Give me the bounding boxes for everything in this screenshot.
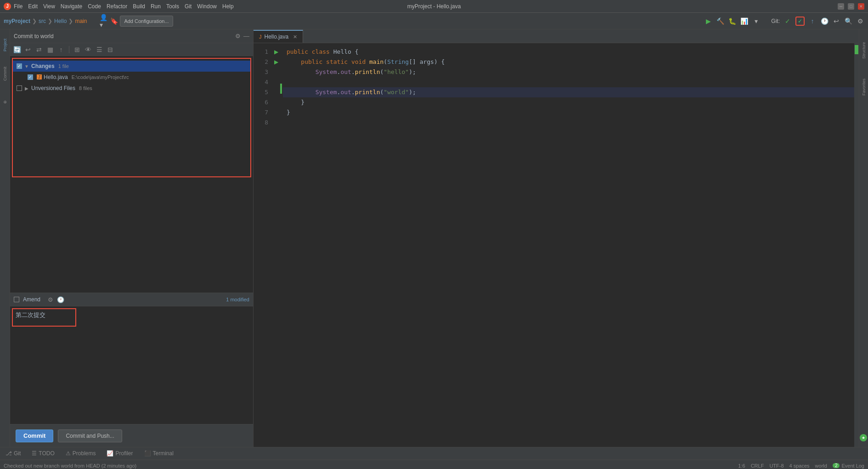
code-line-2: public static void main(String[] args) { [283,57,854,67]
undo-icon[interactable]: ↩ [24,46,32,53]
amend-checkbox[interactable] [14,297,19,302]
bottom-tab-todo[interactable]: ☰ TODO [30,447,56,460]
menu-code[interactable]: Code [88,3,101,10]
status-line-sep[interactable]: CRLF [751,463,764,469]
commit-panel-header: Commit to world ⚙ — [10,29,253,43]
tab-hellojava[interactable]: J Hello.java ✕ [254,30,303,43]
left-side-icons: Project Commit ⊕ [0,29,10,447]
tab-close-icon[interactable]: ✕ [293,34,297,40]
unversioned-checkbox[interactable] [17,85,22,91]
amend-settings-icon[interactable]: ⚙ [48,296,53,303]
editor-tabs: J Hello.java ✕ [254,29,859,43]
bottom-tab-terminal[interactable]: ⬛ Terminal [142,447,175,460]
coverage-icon[interactable]: 📊 [740,17,748,25]
toolbar-separator [69,46,69,53]
run-icon[interactable]: ▶ [704,17,712,25]
show-icon[interactable]: ▦ [46,46,54,53]
menu-help[interactable]: Help [222,3,234,10]
file-ok-icon: ✓ [854,44,859,51]
changes-group-row[interactable]: ✓ ▼ Changes 1 file [13,61,250,72]
panel-header-icons[interactable]: ⚙ — [235,33,249,40]
git-history-icon[interactable]: 🕐 [820,17,829,25]
unversioned-group-row[interactable]: ▶ Unversioned Files 8 files [13,83,250,94]
window-controls[interactable]: ─ □ ✕ [838,3,864,10]
menu-file[interactable]: File [14,3,23,10]
amend-history-icon[interactable]: 🕐 [57,296,64,303]
diff-icon[interactable]: ⇄ [35,46,43,53]
status-cursor[interactable]: 1:6 [738,463,745,469]
change-indicator-line5 [280,84,282,94]
group-icon[interactable]: ⊞ [73,46,81,53]
bottom-tabs: ⎇ Git ☰ TODO ⚠ Problems 📈 Profiler ⬛ Ter… [0,447,868,460]
status-indent[interactable]: 4 spaces [789,463,810,469]
filter-icon[interactable]: ⊟ [106,46,114,53]
menu-build[interactable]: Build [133,3,145,10]
favorites-label[interactable]: Favorites [862,68,866,96]
unversioned-chevron[interactable]: ▶ [24,86,29,91]
scrollbar-right[interactable]: ✓ [854,43,859,447]
move-icon[interactable]: ↑ [57,46,65,53]
profile-icon[interactable]: 👤 ▾ [100,17,108,25]
menu-git[interactable]: Git [185,3,192,10]
changes-chevron[interactable]: ▼ [24,64,29,69]
run-dropdown-icon[interactable]: ▾ [752,17,760,25]
code-editor[interactable]: 1 2 3 4 5 6 7 8 ▶ ▶ [254,43,859,447]
commit-and-push-button[interactable]: Commit and Push... [58,429,122,442]
code-content[interactable]: public class Hello { public static void … [283,43,854,447]
file-row-hellojava[interactable]: ✓ 🅹 Hello.java E:\code\java\myProject\rc [13,72,250,83]
file-tree: ✓ ▼ Changes 1 file ✓ 🅹 Hello.java E:\cod… [12,58,251,177]
expand-icon[interactable]: ☰ [95,46,103,53]
bookmark-icon[interactable]: 🔖 [110,17,118,25]
menu-edit[interactable]: Edit [28,3,38,10]
git-commit-check[interactable]: ✓ [795,17,805,26]
status-encoding[interactable]: UTF-8 [769,463,783,469]
status-git-branch[interactable]: world [815,463,827,469]
panel-settings-icon[interactable]: ⚙ [235,33,241,40]
sidebar-item-project[interactable]: Project [0,31,10,59]
menu-window[interactable]: Window [197,3,217,10]
sidebar-item-vcs[interactable]: ⊕ [0,88,10,116]
add-configuration-button[interactable]: Add Configuration... [120,16,173,27]
breadcrumb-project[interactable]: myProject [4,18,30,24]
commit-message-input[interactable]: 第二次提交 [12,308,76,327]
git-check-icon[interactable]: ✓ [783,17,792,25]
run-icon-line4 [272,77,280,87]
maximize-button[interactable]: □ [848,3,854,10]
menu-view[interactable]: View [43,3,55,10]
structure-label[interactable]: Structure [862,31,866,59]
menu-tools[interactable]: Tools [166,3,179,10]
git-revert-icon[interactable]: ↩ [832,17,840,25]
build-icon[interactable]: 🔨 [716,17,724,25]
search-icon[interactable]: 🔍 [844,17,852,25]
breadcrumb-src[interactable]: src [39,18,46,24]
breadcrumb-hello[interactable]: Hello [54,18,67,24]
run-icon-line1[interactable]: ▶ [272,47,280,57]
menu-navigate[interactable]: Navigate [61,3,82,10]
amend-modified: 1 modified [226,297,249,302]
event-log-button[interactable]: 2 Event Log [833,463,864,469]
commit-button[interactable]: Commit [16,429,53,442]
hellojava-checkbox[interactable]: ✓ [28,74,33,80]
bottom-tab-profiler[interactable]: 📈 Profiler [105,447,135,460]
run-icon-line2[interactable]: ▶ [272,57,280,67]
debug-icon[interactable]: 🐛 [728,17,736,25]
menu-refactor[interactable]: Refactor [107,3,127,10]
menu-run[interactable]: Run [151,3,161,10]
eye-icon[interactable]: 👁 [84,46,92,53]
breadcrumb: myProject ❯ src ❯ Hello ❯ main [4,18,87,24]
breadcrumb-main[interactable]: main [75,18,87,24]
settings-icon[interactable]: ⚙ [856,17,864,25]
unversioned-count: 8 files [79,85,92,91]
sidebar-item-commit[interactable]: Commit [0,60,10,87]
changes-checkbox[interactable]: ✓ [17,63,22,69]
profiler-icon: 📈 [107,450,113,457]
git-push-icon[interactable]: ↑ [808,17,817,25]
bottom-tab-problems[interactable]: ⚠ Problems [64,447,98,460]
minimize-button[interactable]: ─ [838,3,844,10]
close-button[interactable]: ✕ [858,3,864,10]
bottom-tab-git[interactable]: ⎇ Git [4,447,23,460]
menu-bar[interactable]: File Edit View Navigate Code Refactor Bu… [14,3,234,10]
panel-close-icon[interactable]: — [243,33,249,40]
notification-badge: ★ [860,434,867,441]
refresh-icon[interactable]: 🔄 [13,46,21,53]
